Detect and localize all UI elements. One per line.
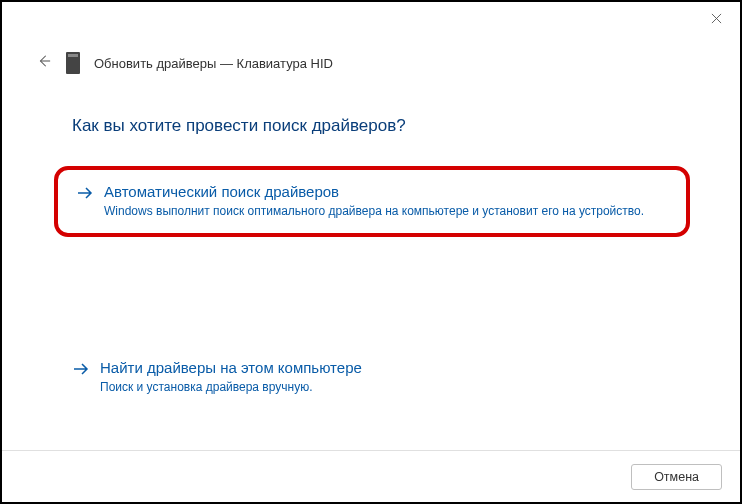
option-auto-desc: Windows выполнит поиск оптимального драй… [104, 204, 644, 220]
cancel-button[interactable]: Отмена [631, 464, 722, 490]
back-button[interactable] [36, 55, 52, 71]
close-button[interactable] [702, 8, 730, 30]
option-auto-search[interactable]: Автоматический поиск драйверов Windows в… [54, 166, 690, 237]
option-manual-desc: Поиск и установка драйвера вручную. [100, 380, 362, 396]
page-question: Как вы хотите провести поиск драйверов? [72, 116, 406, 136]
arrow-right-icon [76, 184, 94, 202]
close-icon [711, 10, 722, 28]
footer: Отмена [2, 450, 740, 502]
option-manual-search[interactable]: Найти драйверы на этом компьютере Поиск … [54, 346, 690, 409]
window-title: Обновить драйверы — Клавиатура HID [94, 56, 333, 71]
option-manual-title: Найти драйверы на этом компьютере [100, 358, 362, 378]
header: Обновить драйверы — Клавиатура HID [36, 52, 333, 74]
arrow-right-icon [72, 360, 90, 378]
option-auto-title: Автоматический поиск драйверов [104, 182, 644, 202]
back-arrow-icon [37, 54, 51, 72]
keyboard-device-icon [66, 52, 80, 74]
